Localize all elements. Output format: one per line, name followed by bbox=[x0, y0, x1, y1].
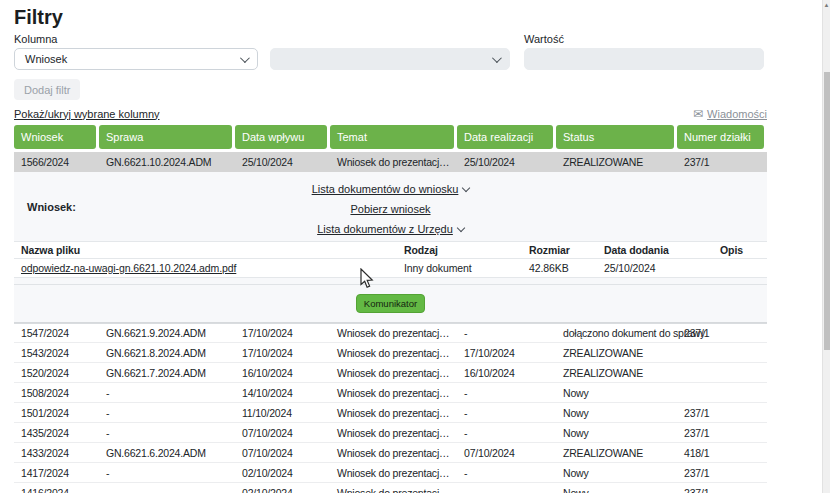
column-header-4[interactable]: Temat bbox=[330, 125, 454, 149]
scrollbar[interactable]: ▲ bbox=[822, 0, 830, 493]
cell-5: - bbox=[457, 387, 556, 399]
column-header-2[interactable]: Sprawa bbox=[99, 125, 232, 149]
column-label: Kolumna bbox=[14, 32, 258, 46]
cell-4: Wniosek do prezentacji/zgłaszan... bbox=[330, 327, 457, 339]
chevron-down-icon bbox=[462, 184, 470, 192]
toggle-columns-link[interactable]: Pokaż/ukryj wybrane kolumny bbox=[14, 108, 160, 120]
cell-7: 237/1 bbox=[677, 156, 767, 168]
messages-link[interactable]: ✉Wiadomości bbox=[693, 107, 767, 121]
cell-1: 1501/2024 bbox=[14, 407, 99, 419]
cell-3: 02/10/2024 bbox=[235, 487, 330, 493]
cell-4: Wniosek do prezentacji/zgłaszan... bbox=[330, 447, 457, 459]
cell-4: Wniosek do prezentacji/zgłaszan... bbox=[330, 156, 457, 168]
cell-5: 25/10/2024 bbox=[457, 156, 556, 168]
cell-3: 07/10/2024 bbox=[235, 447, 330, 459]
messages-link-label: Wiadomości bbox=[707, 108, 767, 120]
cell-2: - bbox=[99, 467, 235, 479]
column-header-1[interactable]: Wniosek bbox=[14, 125, 96, 149]
cell-1: 1433/2024 bbox=[14, 447, 99, 459]
cell-6: ZREALIZOWANE bbox=[556, 156, 677, 168]
files-table: Nazwa pliku Rodzaj Rozmiar Data dodania … bbox=[14, 241, 767, 278]
files-table-header: Nazwa pliku Rodzaj Rozmiar Data dodania … bbox=[14, 242, 767, 259]
operator-select[interactable] bbox=[270, 48, 510, 70]
cell-4: Wniosek do prezentacji/zgłaszan... bbox=[330, 467, 457, 479]
cell-3: 17/10/2024 bbox=[235, 347, 330, 359]
cell-2: GN.6621.7.2024.ADM bbox=[99, 367, 235, 379]
cell-4: Wniosek do prezentacji/zgłaszan... bbox=[330, 367, 457, 379]
cell-1: 1543/2024 bbox=[14, 347, 99, 359]
cell-7: 237/1 bbox=[677, 467, 767, 479]
cell-1: 1416/2024 bbox=[14, 487, 99, 493]
filter-value-group: Wartość bbox=[524, 32, 764, 70]
cell-2: - bbox=[99, 407, 235, 419]
docs-to-request-link[interactable]: Lista dokumentów do wniosku bbox=[312, 183, 459, 195]
add-filter-button[interactable]: Dodaj filtr bbox=[14, 79, 80, 100]
cell-1: 1435/2024 bbox=[14, 427, 99, 439]
cell-5: - bbox=[457, 407, 556, 419]
table-row[interactable]: 1520/2024GN.6621.7.2024.ADM16/10/2024Wni… bbox=[14, 363, 767, 383]
chevron-down-icon bbox=[240, 53, 250, 63]
file-date: 25/10/2024 bbox=[597, 262, 713, 274]
cell-4: Wniosek do prezentacji/zgłaszan... bbox=[330, 487, 457, 493]
page-title: Filtry bbox=[14, 6, 767, 28]
column-header-3[interactable]: Data wpływu bbox=[235, 125, 327, 149]
communicator-button[interactable]: Komunikator bbox=[356, 294, 425, 313]
chevron-down-icon bbox=[492, 53, 502, 63]
docs-from-office-link[interactable]: Lista dokumentów z Urzędu bbox=[317, 223, 453, 235]
file-link[interactable]: odpowiedz-na-uwagi-gn.6621.10.2024.adm.p… bbox=[21, 262, 236, 274]
page: { "page": { "title": "Filtry" }, "filter… bbox=[0, 0, 830, 493]
cell-1: 1547/2024 bbox=[14, 327, 99, 339]
cell-3: 16/10/2024 bbox=[235, 367, 330, 379]
table-row[interactable]: 1543/2024GN.6621.8.2024.ADM17/10/2024Wni… bbox=[14, 343, 767, 363]
scroll-up-icon[interactable]: ▲ bbox=[823, 0, 830, 10]
cell-5: 07/10/2024 bbox=[457, 447, 556, 459]
docs-from-office-line: Lista dokumentów z Urzędu bbox=[14, 221, 767, 234]
column-header-5[interactable]: Data realizacji bbox=[457, 125, 553, 149]
cell-4: Wniosek do prezentacji/zgłaszan... bbox=[330, 387, 457, 399]
cell-3: 02/10/2024 bbox=[235, 467, 330, 479]
cell-1: 1508/2024 bbox=[14, 387, 99, 399]
cell-5: - bbox=[457, 327, 556, 339]
table-row[interactable]: 1433/2024GN.6621.6.2024.ADM07/10/2024Wni… bbox=[14, 443, 767, 463]
files-col-name: Nazwa pliku bbox=[14, 244, 397, 256]
table-body: 1547/2024GN.6621.9.2024.ADM17/10/2024Wni… bbox=[14, 323, 767, 493]
value-input[interactable] bbox=[524, 48, 764, 70]
docs-to-request-line: Lista dokumentów do wniosku bbox=[14, 181, 767, 194]
chevron-down-icon bbox=[457, 224, 465, 232]
files-col-type: Rodzaj bbox=[397, 244, 522, 256]
table-row[interactable]: 1508/2024-14/10/2024Wniosek do prezentac… bbox=[14, 383, 767, 403]
cell-4: Wniosek do prezentacji/zgłaszan... bbox=[330, 347, 457, 359]
cell-5: 16/10/2024 bbox=[457, 367, 556, 379]
cell-2: - bbox=[99, 487, 235, 493]
cell-5: - bbox=[457, 467, 556, 479]
table-row[interactable]: 1417/2024-02/10/2024Wniosek do prezentac… bbox=[14, 463, 767, 483]
links-row: Pokaż/ukryj wybrane kolumny ✉Wiadomości bbox=[14, 107, 767, 120]
cell-6: ZREALIZOWANE bbox=[556, 367, 677, 379]
cell-6: dołączono dokument do sprawy bbox=[556, 327, 677, 339]
column-header-7[interactable]: Numer działki bbox=[677, 125, 764, 149]
cell-7: 237/1 bbox=[677, 327, 767, 339]
request-label: Wniosek: bbox=[27, 201, 76, 214]
table-row[interactable]: 1501/2024-11/10/2024Wniosek do prezentac… bbox=[14, 403, 767, 423]
column-select[interactable]: Wniosek bbox=[14, 48, 258, 70]
scrollbar-thumb[interactable] bbox=[824, 72, 830, 350]
cell-2: GN.6621.6.2024.ADM bbox=[99, 447, 235, 459]
cell-6: Nowy bbox=[556, 407, 677, 419]
column-header-6[interactable]: Status bbox=[556, 125, 674, 149]
download-request-link[interactable]: Pobierz wniosek bbox=[350, 203, 430, 215]
filter-row: Kolumna Wniosek Wartość bbox=[14, 32, 767, 70]
cell-6: Nowy bbox=[556, 487, 677, 493]
table-row[interactable]: 1435/2024-07/10/2024Wniosek do prezentac… bbox=[14, 423, 767, 443]
operator-label-spacer bbox=[270, 32, 510, 46]
cell-6: ZREALIZOWANE bbox=[556, 347, 677, 359]
table-row[interactable]: 1547/2024GN.6621.9.2024.ADM17/10/2024Wni… bbox=[14, 323, 767, 343]
cell-6: Nowy bbox=[556, 387, 677, 399]
selected-table-row[interactable]: 1566/2024GN.6621.10.2024.ADM25/10/2024Wn… bbox=[14, 152, 767, 172]
cell-1: 1417/2024 bbox=[14, 467, 99, 479]
cell-6: Nowy bbox=[556, 467, 677, 479]
table-row[interactable]: 1416/2024-02/10/2024Wniosek do prezentac… bbox=[14, 483, 767, 493]
cell-5: 17/10/2024 bbox=[457, 347, 556, 359]
cell-3: 25/10/2024 bbox=[235, 156, 330, 168]
file-size: 42.86KB bbox=[522, 262, 597, 274]
files-col-desc: Opis bbox=[713, 244, 767, 256]
